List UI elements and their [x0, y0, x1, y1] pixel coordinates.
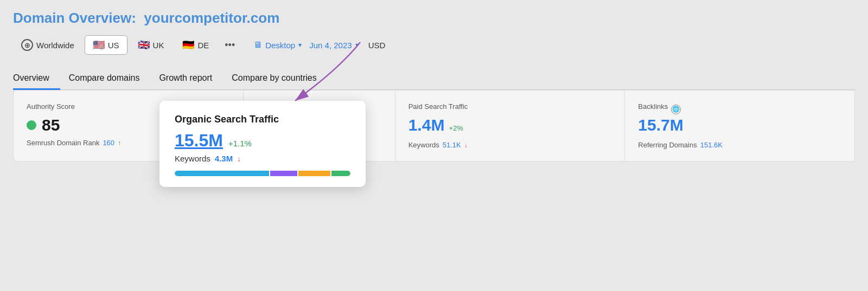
paid-keywords-label: Keywords [409, 141, 439, 149]
monitor-icon: 🖥 [253, 40, 262, 50]
filter-date[interactable]: Jun 4, 2023 ▾ [309, 41, 358, 50]
uk-flag-icon: 🇬🇧 [138, 39, 150, 51]
paid-search-card: Paid Search Traffic 1.4M +2% Keywords 51… [395, 90, 626, 161]
tab-overview[interactable]: Overview [13, 68, 60, 89]
paid-keywords-value: 51.1K [443, 141, 461, 149]
de-flag-icon: 🇩🇪 [182, 39, 194, 51]
filter-more[interactable]: ••• [219, 36, 240, 54]
paid-keywords-trend-icon: ↓ [464, 141, 468, 149]
backlinks-label: Backlinks [638, 102, 668, 111]
paid-keywords-row: Keywords 51.1K ↓ [409, 141, 612, 149]
tab-compare-countries[interactable]: Compare by countries [232, 68, 328, 89]
tab-compare-domains[interactable]: Compare domains [69, 68, 151, 89]
domain-header: Domain Overview: yourcompetitor.com [13, 10, 855, 27]
backlinks-value: 15.7M [638, 116, 683, 134]
referring-domains-row: Referring Domains 151.6K [638, 141, 841, 149]
us-label: US [108, 41, 119, 50]
filter-worldwide[interactable]: ⊕ Worldwide [13, 35, 82, 55]
filter-desktop[interactable]: 🖥 Desktop ▾ [253, 40, 302, 50]
progress-segment-blue [175, 171, 269, 176]
tooltip-keywords-trend-icon: ↓ [237, 154, 241, 163]
globe-icon: ⊕ [21, 39, 33, 51]
page-title: Domain Overview: yourcompetitor.com [13, 10, 279, 27]
us-flag-icon: 🇺🇸 [93, 39, 105, 51]
organic-traffic-tooltip: Organic Search Traffic 15.5M +1.1% Keywo… [159, 101, 366, 187]
paid-search-value-row: 1.4M +2% [409, 116, 612, 137]
tooltip-change: +1.1% [228, 139, 252, 148]
progress-segment-green [331, 171, 350, 176]
more-label: ••• [225, 40, 235, 51]
tab-growth-report[interactable]: Growth report [159, 68, 223, 89]
backlinks-label-row: Backlinks 🌐 [638, 102, 841, 116]
backlinks-globe-icon: 🌐 [671, 105, 681, 114]
tooltip-value-row: 15.5M +1.1% [175, 131, 350, 151]
authority-dot-icon [27, 120, 36, 130]
backlinks-value-row: 15.7M [638, 116, 841, 137]
tooltip-keywords-label: Keywords [175, 154, 210, 163]
tooltip-keywords-value: 4.3M [215, 154, 233, 163]
worldwide-label: Worldwide [36, 41, 74, 50]
paid-search-change: +2% [449, 124, 463, 132]
tooltip-keywords-row: Keywords 4.3M ↓ [175, 154, 350, 163]
domain-rank-trend-icon: ↑ [118, 139, 121, 147]
currency-label: USD [368, 41, 386, 50]
tabs-bar: Overview Compare domains Growth report C… [13, 68, 855, 90]
title-prefix: Domain Overview: [13, 10, 136, 26]
date-label: Jun 4, 2023 [309, 41, 352, 50]
domain-rank-value: 160 [103, 139, 114, 147]
filter-de[interactable]: 🇩🇪 DE [174, 35, 217, 55]
paid-search-label: Paid Search Traffic [409, 102, 612, 111]
backlinks-card: Backlinks 🌐 15.7M Referring Domains 151.… [625, 90, 855, 161]
desktop-label: Desktop [265, 41, 295, 50]
de-label: DE [197, 41, 209, 50]
progress-segment-yellow [298, 171, 331, 176]
tooltip-value: 15.5M [175, 131, 223, 151]
date-chevron-icon: ▾ [355, 41, 359, 49]
referring-domains-label: Referring Domains [638, 141, 697, 149]
cards-section: Authority Score 85 Semrush Domain Rank 1… [13, 90, 855, 161]
filter-us[interactable]: 🇺🇸 US [85, 35, 127, 55]
filter-bar: ⊕ Worldwide 🇺🇸 US 🇬🇧 UK 🇩🇪 DE ••• 🖥 Desk… [13, 35, 855, 55]
tooltip-title: Organic Search Traffic [175, 114, 350, 125]
paid-search-value: 1.4M [409, 116, 445, 134]
domain-rank-label: Semrush Domain Rank [27, 139, 99, 147]
filter-uk[interactable]: 🇬🇧 UK [130, 35, 173, 55]
domain-name: yourcompetitor.com [144, 10, 279, 26]
tooltip-progress-bar [175, 171, 350, 176]
authority-score-value: 85 [42, 116, 60, 134]
referring-domains-value: 151.6K [700, 141, 723, 149]
desktop-chevron-icon: ▾ [298, 41, 302, 49]
uk-label: UK [153, 41, 164, 50]
progress-segment-purple [270, 171, 297, 176]
